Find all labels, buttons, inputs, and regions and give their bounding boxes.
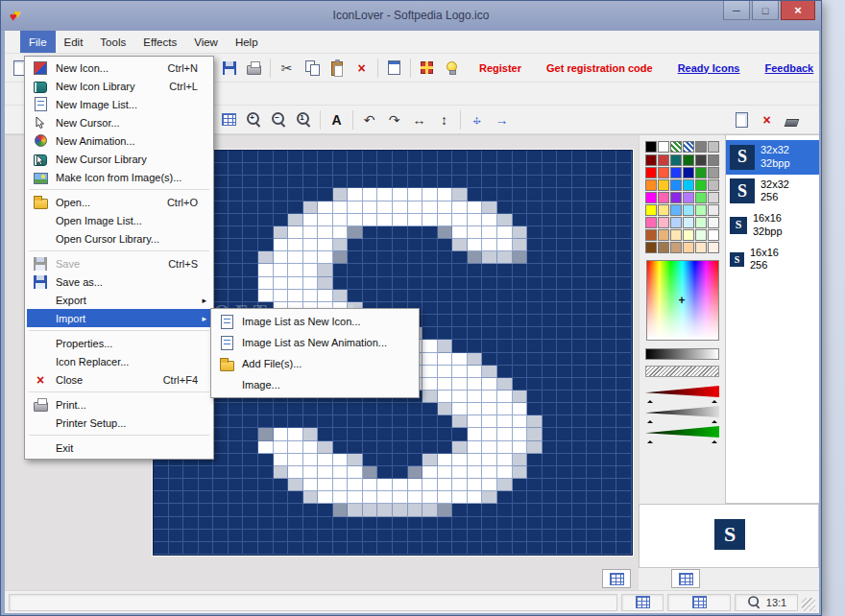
pixel-cell[interactable] <box>274 530 289 542</box>
pixel-cell[interactable] <box>303 264 319 276</box>
palette-swatch[interactable] <box>683 217 694 228</box>
red-channel-slider[interactable] <box>645 386 719 397</box>
eraser-button[interactable] <box>781 109 803 131</box>
pixel-cell[interactable] <box>422 251 438 264</box>
pixel-cell[interactable] <box>497 441 513 454</box>
pixel-cell[interactable] <box>303 239 319 251</box>
pixel-cell[interactable] <box>587 239 602 251</box>
pixel-cell[interactable] <box>243 277 258 290</box>
pixel-cell[interactable] <box>274 415 289 428</box>
pixel-cell[interactable] <box>363 188 378 201</box>
menu-item-image-list-as-new-icon[interactable]: Image List as New Icon... <box>213 311 417 332</box>
pixel-cell[interactable] <box>452 441 468 454</box>
pixel-cell[interactable] <box>527 290 543 302</box>
pixel-cell[interactable] <box>229 403 244 415</box>
pixel-cell[interactable] <box>602 188 617 201</box>
menu-item-properties[interactable]: Properties... <box>27 334 211 352</box>
pixel-cell[interactable] <box>557 466 572 479</box>
pixel-cell[interactable] <box>288 277 303 290</box>
pixel-cell[interactable] <box>527 403 543 415</box>
pixel-cell[interactable] <box>468 466 483 479</box>
menu-item-new-cursor-library[interactable]: New Cursor Library <box>27 150 211 168</box>
pixel-cell[interactable] <box>616 441 632 454</box>
pixel-cell[interactable] <box>183 466 199 479</box>
pixel-cell[interactable] <box>497 176 513 188</box>
pixel-cell[interactable] <box>258 403 274 415</box>
pixel-cell[interactable] <box>543 163 558 176</box>
pixel-cell[interactable] <box>213 441 229 454</box>
pixel-cell[interactable] <box>616 415 632 428</box>
pixel-cell[interactable] <box>303 277 319 290</box>
pixel-cell[interactable] <box>438 542 453 555</box>
pixel-cell[interactable] <box>543 415 558 428</box>
pixel-cell[interactable] <box>587 530 602 542</box>
pixel-cell[interactable] <box>616 428 632 440</box>
pixel-cell[interactable] <box>318 517 333 530</box>
pixel-cell[interactable] <box>377 188 393 201</box>
pixel-cell[interactable] <box>229 542 244 555</box>
pixel-cell[interactable] <box>333 491 349 504</box>
pixel-cell[interactable] <box>303 151 319 163</box>
pixel-cell[interactable] <box>482 454 497 466</box>
menu-item-make-icon-from-image-s[interactable]: Make Icon from Image(s)... <box>27 168 211 186</box>
pixel-cell[interactable] <box>482 327 497 340</box>
pixel-cell[interactable] <box>497 327 513 340</box>
pixel-cell[interactable] <box>482 353 497 366</box>
properties-button[interactable] <box>383 57 405 79</box>
pixel-cell[interactable] <box>616 315 632 327</box>
pixel-cell[interactable] <box>513 504 528 516</box>
pixel-cell[interactable] <box>497 315 513 327</box>
pixel-cell[interactable] <box>527 163 543 176</box>
pixel-cell[interactable] <box>348 491 363 504</box>
pixel-cell[interactable] <box>408 277 423 290</box>
pixel-cell[interactable] <box>213 517 229 530</box>
menu-item-open[interactable]: Open...Ctrl+O <box>27 193 211 211</box>
pixel-cell[interactable] <box>348 277 363 290</box>
pixel-cell[interactable] <box>543 517 558 530</box>
pixel-cell[interactable] <box>229 264 244 276</box>
pixel-cell[interactable] <box>602 466 617 479</box>
pixel-cell[interactable] <box>274 403 289 415</box>
pixel-cell[interactable] <box>348 441 363 454</box>
pixel-cell[interactable] <box>303 176 319 188</box>
pixel-cell[interactable] <box>543 353 558 366</box>
menu-item-add-file-s[interactable]: Add File(s)... <box>213 353 417 374</box>
pixel-cell[interactable] <box>452 201 468 214</box>
pixel-cell[interactable] <box>348 201 363 214</box>
pixel-cell[interactable] <box>258 466 274 479</box>
pixel-cell[interactable] <box>557 188 572 201</box>
pixel-cell[interactable] <box>422 290 438 302</box>
pixel-cell[interactable] <box>422 327 438 340</box>
pixel-cell[interactable] <box>318 151 333 163</box>
pixel-cell[interactable] <box>243 176 258 188</box>
pixel-cell[interactable] <box>363 290 378 302</box>
pixel-cell[interactable] <box>408 214 423 226</box>
pixel-cell[interactable] <box>468 530 483 542</box>
pixel-cell[interactable] <box>616 479 632 491</box>
pixel-cell[interactable] <box>213 504 229 516</box>
pixel-cell[interactable] <box>213 226 229 239</box>
pixel-cell[interactable] <box>183 517 199 530</box>
pixel-cell[interactable] <box>452 378 468 391</box>
pixel-cell[interactable] <box>348 176 363 188</box>
pixel-cell[interactable] <box>274 188 289 201</box>
pixel-cell[interactable] <box>468 188 483 201</box>
pixel-cell[interactable] <box>318 441 333 454</box>
pixel-cell[interactable] <box>213 415 229 428</box>
delete-button[interactable]: × <box>350 57 373 79</box>
pixel-cell[interactable] <box>482 340 497 352</box>
pixel-cell[interactable] <box>527 226 543 239</box>
pixel-cell[interactable] <box>333 530 349 542</box>
pixel-cell[interactable] <box>243 491 258 504</box>
pixel-cell[interactable] <box>243 466 258 479</box>
pixel-cell[interactable] <box>393 466 408 479</box>
pixel-cell[interactable] <box>468 239 483 251</box>
pixel-cell[interactable] <box>377 290 393 302</box>
pixel-cell[interactable] <box>258 176 274 188</box>
pixel-cell[interactable] <box>572 239 588 251</box>
pixel-cell[interactable] <box>243 428 258 440</box>
palette-swatch[interactable] <box>695 204 707 216</box>
pixel-cell[interactable] <box>452 517 468 530</box>
pixel-cell[interactable] <box>587 163 602 176</box>
menu-item-image[interactable]: Image... <box>213 374 417 395</box>
